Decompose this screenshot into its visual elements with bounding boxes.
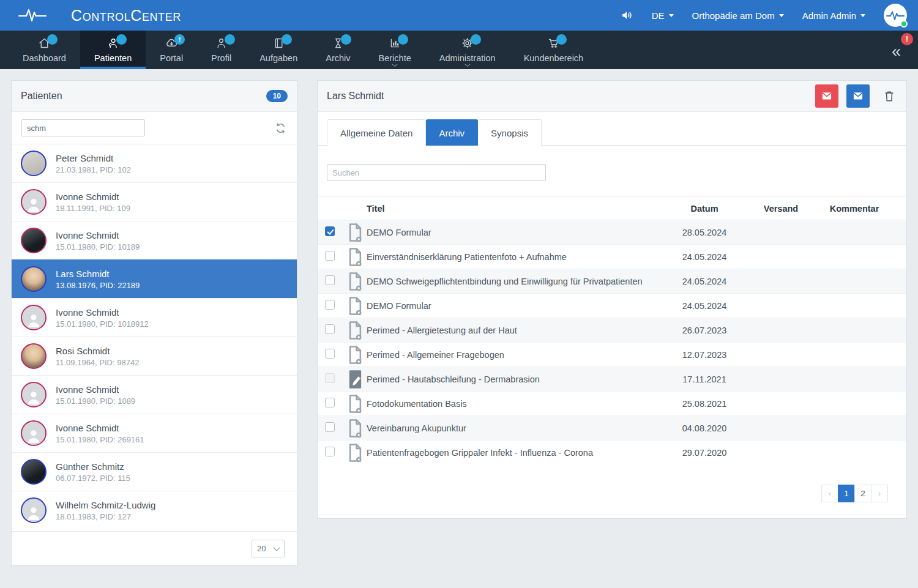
pagination-prev[interactable]: ‹: [821, 485, 838, 502]
notification-badge: [225, 34, 235, 45]
document-title[interactable]: Perimed - Allergietestung auf der Haut: [367, 326, 659, 335]
patient-list-item[interactable]: Lars Schmidt 13.08.1976, PID: 22189: [12, 259, 297, 298]
sound-icon[interactable]: [620, 9, 633, 22]
patients-panel-title: Patienten: [21, 91, 62, 102]
row-checkbox[interactable]: [325, 275, 335, 285]
user-avatar[interactable]: [884, 4, 907, 27]
patient-list-item[interactable]: Günther Schmitz 06.07.1972, PID: 115: [12, 452, 297, 491]
document-title[interactable]: Einverständniserklärung Patientenfoto + …: [367, 252, 659, 262]
organization-dropdown[interactable]: Orthopädie am Dom: [692, 10, 784, 21]
row-checkbox[interactable]: [325, 447, 335, 456]
patient-search-input[interactable]: [21, 119, 145, 136]
patient-list-item[interactable]: Ivonne Schmidt 15.01.1980, PID: 1089: [12, 375, 297, 414]
patient-name: Ivonne Schmidt: [56, 230, 140, 240]
document-title[interactable]: DEMO Formular: [367, 301, 659, 311]
documents-table: Titel Datum Versand Kommentar DEMO Formu…: [318, 196, 906, 464]
patient-name: Günther Schmitz: [56, 461, 130, 472]
patient-details: 15.01.1980, PID: 10189: [56, 242, 140, 251]
document-title[interactable]: Fotodokumentation Basis: [367, 399, 659, 409]
nav-item-administration[interactable]: Administration: [425, 31, 510, 69]
patient-count-badge: 10: [266, 90, 288, 102]
nav-item-label: Administration: [439, 53, 496, 63]
page-size-select[interactable]: 20: [252, 540, 285, 557]
language-dropdown[interactable]: DE: [652, 10, 674, 21]
column-header-versand: Versand: [750, 204, 812, 214]
document-date: 17.11.2021: [659, 374, 750, 384]
document-title[interactable]: Patientenfragebogen Grippaler Infekt - I…: [367, 448, 659, 458]
file-icon: [343, 294, 367, 318]
avatar: [21, 497, 47, 523]
patient-list-item[interactable]: Ivonne Schmidt 18.11.1991, PID: 109: [12, 182, 297, 221]
column-header-datum: Datum: [659, 204, 750, 214]
row-checkbox[interactable]: [325, 422, 335, 432]
tab-archiv[interactable]: Archiv: [426, 119, 478, 146]
patient-details: 11.09.1964, PID: 98742: [56, 358, 139, 367]
patient-list-item[interactable]: Wilhelm Schmitz-Ludwig 18.01.1983, PID: …: [12, 491, 297, 529]
nav-item-portal[interactable]: ! Portal: [146, 31, 197, 69]
row-checkbox[interactable]: [325, 226, 335, 236]
tab-synopsis[interactable]: Synopsis: [478, 119, 542, 146]
file-icon: [343, 441, 367, 464]
page-size-value: 20: [257, 544, 266, 553]
mail-blue-button[interactable]: [846, 84, 870, 108]
nav-item-patienten[interactable]: Patienten: [80, 31, 146, 69]
pagination-page-1[interactable]: 1: [838, 485, 855, 502]
patient-name: Lars Schmidt: [56, 269, 140, 279]
chevron-down-icon: [669, 14, 674, 17]
mail-red-button[interactable]: [815, 84, 838, 108]
document-date: 04.08.2020: [659, 423, 750, 433]
avatar: [21, 459, 47, 485]
row-checkbox[interactable]: [325, 251, 335, 261]
patient-list-item[interactable]: Rosi Schmidt 11.09.1964, PID: 98742: [12, 337, 297, 375]
tab-label: Synopsis: [491, 128, 528, 138]
nav-item-label: Kundenbereich: [524, 53, 584, 63]
delete-button[interactable]: [883, 88, 897, 104]
app-title: ControlCenter: [71, 7, 181, 24]
document-title[interactable]: DEMO Schweigepflichtentbindung und Einwi…: [367, 277, 659, 286]
person-silhouette-icon: [24, 426, 43, 445]
row-checkbox[interactable]: [325, 373, 335, 383]
table-row: DEMO Formular 24.05.2024: [318, 293, 906, 318]
notification-badge: [341, 34, 351, 45]
tab-allgemeine-daten[interactable]: Allgemeine Daten: [327, 119, 426, 146]
refresh-icon[interactable]: [274, 122, 287, 135]
patient-list-item[interactable]: Ivonne Schmidt 15.01.1980, PID: 1018912: [12, 298, 297, 337]
row-checkbox[interactable]: [325, 324, 335, 334]
document-date: 29.07.2020: [659, 448, 750, 458]
patient-list-item[interactable]: Peter Schmidt 21.03.1981, PID: 102: [12, 144, 297, 182]
file-edit-icon: [343, 368, 367, 391]
collapse-nav-icon[interactable]: «: [888, 43, 905, 61]
document-date: 24.05.2024: [659, 277, 750, 286]
document-title[interactable]: Perimed - Hautabschleifung - Dermabrasio…: [367, 374, 659, 384]
document-title[interactable]: DEMO Formular: [367, 228, 659, 237]
patient-name: Ivonne Schmidt: [56, 423, 144, 433]
document-date: 28.05.2024: [659, 228, 750, 237]
patient-details: 21.03.1981, PID: 102: [56, 165, 131, 174]
document-search-input[interactable]: [327, 164, 546, 181]
document-title[interactable]: Perimed - Allgemeiner Fragebogen: [367, 350, 659, 360]
patient-list-item[interactable]: Ivonne Schmidt 15.01.1980, PID: 269161: [12, 414, 297, 452]
row-checkbox[interactable]: [325, 349, 335, 359]
tab-label: Archiv: [439, 128, 465, 138]
nav-item-archiv[interactable]: Archiv: [312, 31, 364, 69]
nav-item-profil[interactable]: Profil: [197, 31, 245, 69]
ecg-avatar-icon: [886, 9, 905, 21]
nav-item-aufgaben[interactable]: Aufgaben: [245, 31, 312, 69]
user-dropdown[interactable]: Admin Admin: [802, 10, 865, 21]
row-checkbox[interactable]: [325, 300, 335, 310]
nav-item-label: Profil: [211, 53, 231, 63]
document-date: 24.05.2024: [659, 252, 750, 262]
patient-list-item[interactable]: Ivonne Schmidt 15.01.1980, PID: 10189: [12, 221, 297, 259]
row-checkbox[interactable]: [325, 398, 335, 408]
chevron-down-icon: [273, 544, 280, 551]
nav-item-label: Aufgaben: [259, 53, 297, 63]
nav-item-kundenbereich[interactable]: Kundenbereich: [510, 31, 598, 69]
nav-item-berichte[interactable]: Berichte: [365, 31, 425, 69]
document-title[interactable]: Vereinbarung Akupunktur: [367, 423, 659, 433]
patient-name: Ivonne Schmidt: [56, 307, 149, 318]
nav-item-dashboard[interactable]: Dashboard: [9, 31, 80, 69]
pagination-page-2[interactable]: 2: [854, 485, 871, 502]
patient-details: 15.01.1980, PID: 1018912: [56, 319, 149, 329]
pagination-next[interactable]: ›: [871, 485, 888, 502]
column-header-titel: Titel: [367, 204, 659, 214]
